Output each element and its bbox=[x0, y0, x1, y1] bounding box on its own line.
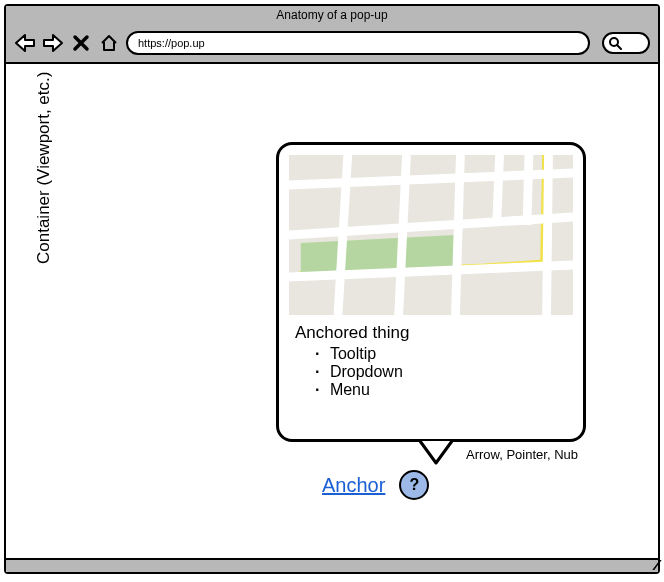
svg-line-1 bbox=[617, 45, 621, 49]
list-item: Menu bbox=[315, 381, 567, 399]
home-icon[interactable] bbox=[98, 32, 120, 54]
anchor-link[interactable]: Anchor bbox=[322, 474, 385, 497]
list-item: Tooltip bbox=[315, 345, 567, 363]
svg-line-12 bbox=[547, 155, 549, 315]
stop-x-icon[interactable] bbox=[70, 32, 92, 54]
back-arrow-icon[interactable] bbox=[14, 32, 36, 54]
svg-line-9 bbox=[455, 155, 460, 315]
search-button[interactable] bbox=[602, 32, 650, 54]
magnifier-icon bbox=[608, 36, 622, 50]
viewport: Container (Viewport, etc.) bbox=[6, 64, 658, 558]
popup: Anchored thing Tooltip Dropdown Menu bbox=[276, 142, 586, 442]
popup-arrow-icon bbox=[416, 439, 456, 463]
window-title: Anatomy of a pop-up bbox=[276, 8, 387, 22]
popup-list: Tooltip Dropdown Menu bbox=[295, 345, 567, 399]
list-item: Dropdown bbox=[315, 363, 567, 381]
url-input[interactable]: https://pop.up bbox=[126, 31, 590, 55]
map-image bbox=[289, 155, 573, 315]
status-bar: ⁄⁄ bbox=[6, 558, 658, 572]
url-text: https://pop.up bbox=[138, 37, 205, 49]
popup-heading: Anchored thing bbox=[295, 323, 567, 343]
svg-line-11 bbox=[527, 155, 529, 225]
svg-line-10 bbox=[497, 155, 500, 225]
arrow-label: Arrow, Pointer, Nub bbox=[466, 447, 578, 462]
forward-arrow-icon[interactable] bbox=[42, 32, 64, 54]
help-icon[interactable]: ? bbox=[399, 470, 429, 500]
browser-window: Anatomy of a pop-up https://pop.up C bbox=[4, 4, 660, 574]
container-label: Container (Viewport, etc.) bbox=[34, 72, 54, 264]
browser-toolbar: Anatomy of a pop-up https://pop.up bbox=[6, 6, 658, 64]
svg-marker-13 bbox=[420, 441, 452, 463]
resize-grip-icon[interactable]: ⁄⁄ bbox=[655, 557, 656, 573]
